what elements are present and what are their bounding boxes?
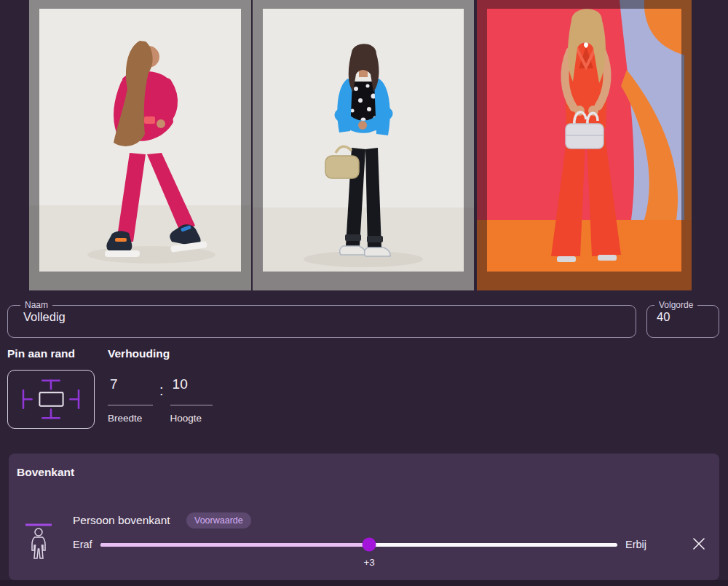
slider-min-label: Eraf	[73, 539, 92, 550]
ratio-group: Breedte : Hoogte	[108, 371, 213, 424]
outfit-photo-pink-jumpsuit	[29, 0, 251, 290]
ratio-separator: :	[159, 382, 164, 399]
photo-orange-jumpsuit-art	[477, 0, 692, 290]
ratio-height-input[interactable]	[170, 371, 213, 405]
panel-title: Bovenkant	[17, 466, 74, 479]
ratio-height-field: Hoogte	[170, 371, 213, 424]
slider-fill	[100, 543, 369, 547]
naam-input[interactable]	[23, 310, 632, 324]
person-top-icon	[25, 523, 52, 560]
slider-value: +3	[363, 557, 374, 568]
bovenkant-panel: Bovenkant Persoon bovenkant Voorwaarde E…	[9, 454, 719, 580]
ratio-height-label: Hoogte	[170, 413, 213, 424]
voorwaarde-badge: Voorwaarde	[186, 512, 251, 528]
outfit-photo-blue-cardigan	[253, 0, 474, 290]
outfit-photo-orange-jumpsuit	[477, 0, 692, 290]
photo-pink-jumpsuit-art	[29, 0, 251, 290]
slider-thumb[interactable]	[363, 538, 376, 552]
pin-aan-rand-heading: Pin aan rand	[7, 347, 75, 360]
rule-label: Persoon bovenkant	[73, 514, 170, 527]
volgorde-field-label: Volgorde	[654, 301, 697, 309]
naam-field-label: Naam	[20, 301, 52, 309]
pin-edges-icon	[8, 371, 94, 428]
naam-field: Naam	[7, 301, 636, 338]
volgorde-input[interactable]	[657, 310, 708, 324]
photo-blue-cardigan-art	[253, 0, 474, 290]
ratio-width-field: Breedte	[108, 371, 153, 424]
pin-aan-rand-selector[interactable]	[7, 370, 95, 429]
ratio-width-input[interactable]	[108, 371, 153, 405]
volgorde-field: Volgorde	[646, 301, 719, 338]
crop-editor-screen: Naam Volgorde Pin aan rand Verhouding Br…	[0, 0, 728, 586]
slider-max-label: Erbij	[625, 539, 646, 550]
next-section-edge	[0, 580, 728, 586]
close-icon	[691, 536, 707, 552]
ratio-width-label: Breedte	[108, 413, 153, 424]
slider-track[interactable]: +3	[100, 543, 617, 547]
verhouding-heading: Verhouding	[108, 347, 170, 360]
remove-rule-button[interactable]	[687, 534, 711, 555]
